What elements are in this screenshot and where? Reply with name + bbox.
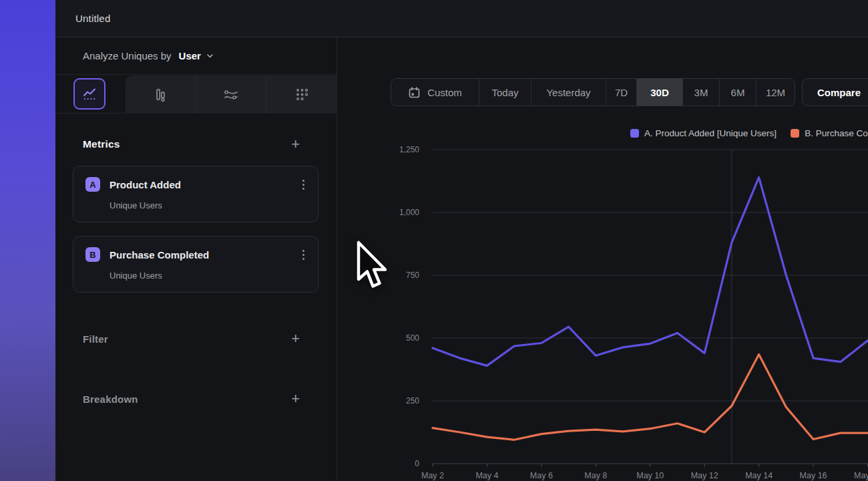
analyze-label: Analyze Uniques by — [83, 50, 172, 61]
background-gradient — [0, 0, 55, 481]
tab-flow-chart[interactable] — [196, 75, 266, 114]
svg-text:May 4: May 4 — [475, 471, 498, 480]
svg-text:May 8: May 8 — [584, 471, 607, 480]
chart-type-tabs — [55, 75, 337, 114]
metrics-list: AProduct AddedUnique UsersBPurchase Comp… — [55, 166, 337, 293]
app-window: Untitled Analyze Uniques by User — [0, 0, 868, 481]
metric-measurement[interactable]: Unique Users — [110, 271, 307, 281]
bar-chart-icon — [152, 86, 169, 104]
svg-text:May 2: May 2 — [421, 471, 444, 480]
chevron-down-icon[interactable] — [206, 51, 214, 60]
svg-text:May 6: May 6 — [530, 471, 553, 480]
svg-text:1,000: 1,000 — [399, 208, 419, 217]
breakdown-section[interactable]: Breakdown + — [55, 392, 337, 406]
add-metric-button[interactable]: + — [291, 138, 300, 151]
svg-text:250: 250 — [406, 396, 419, 406]
app-panel: Untitled Analyze Uniques by User — [55, 0, 868, 481]
top-bar: Untitled — [55, 0, 868, 37]
tab-dots-grid[interactable] — [266, 75, 337, 114]
line-chart[interactable]: 02505007501,0001,250May 2May 4May 6May 8… — [337, 37, 868, 481]
svg-text:0: 0 — [415, 459, 419, 468]
chart-type-tab-group — [126, 75, 337, 114]
filter-title: Filter — [83, 333, 108, 345]
kebab-menu-icon[interactable] — [300, 178, 307, 191]
metric-card[interactable]: AProduct AddedUnique Users — [73, 166, 318, 222]
query-builder-sidebar: Analyze Uniques by User — [55, 37, 337, 481]
filter-section[interactable]: Filter + — [55, 332, 337, 345]
chart-panel: CustomTodayYesterday7D30D3M6M12M Compare… — [337, 37, 868, 481]
metric-card[interactable]: BPurchase CompletedUnique Users — [73, 236, 318, 293]
report-title[interactable]: Untitled — [75, 13, 110, 24]
breakdown-title: Breakdown — [83, 393, 138, 405]
svg-text:500: 500 — [406, 333, 419, 343]
add-breakdown-button[interactable]: + — [291, 392, 300, 406]
tab-bar-chart[interactable] — [126, 75, 196, 114]
metrics-header: Metrics + — [55, 138, 337, 151]
metrics-title: Metrics — [83, 138, 120, 150]
flow-chart-icon — [222, 86, 240, 104]
analyze-unit-dropdown[interactable]: User — [179, 50, 201, 61]
svg-text:750: 750 — [406, 271, 419, 280]
tab-line-chart[interactable] — [73, 78, 105, 110]
metric-measurement[interactable]: Unique Users — [110, 200, 307, 210]
svg-text:May 10: May 10 — [636, 471, 664, 480]
metric-name[interactable]: Product Added — [110, 179, 300, 190]
metric-name[interactable]: Purchase Completed — [110, 249, 300, 261]
metric-letter-badge: A — [85, 177, 100, 192]
svg-text:1,250: 1,250 — [399, 145, 419, 154]
svg-text:May 12: May 12 — [691, 471, 718, 480]
svg-text:May 18: May 18 — [854, 471, 868, 480]
svg-text:May 14: May 14 — [745, 471, 773, 480]
line-chart-icon — [81, 86, 97, 102]
metric-letter-badge: B — [85, 247, 100, 262]
svg-text:May 16: May 16 — [800, 471, 827, 480]
add-filter-button[interactable]: + — [291, 332, 300, 345]
kebab-menu-icon[interactable] — [300, 249, 307, 261]
dots-grid-icon — [293, 86, 310, 104]
analyze-row: Analyze Uniques by User — [55, 37, 337, 75]
